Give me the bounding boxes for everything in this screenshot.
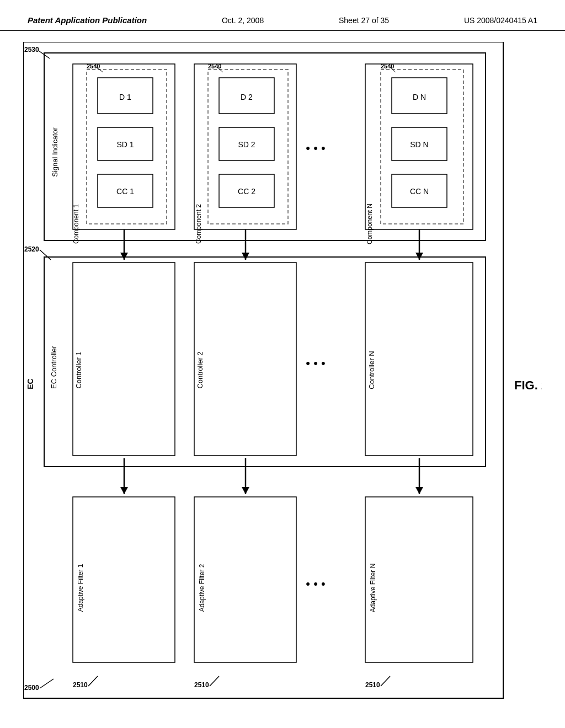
d1-label: D 1	[119, 93, 131, 101]
svg-rect-39	[73, 497, 175, 662]
svg-rect-2	[44, 257, 486, 467]
cc1-label: CC 1	[116, 187, 134, 196]
svg-line-1	[40, 679, 54, 688]
sheet-info: Sheet 27 of 35	[339, 16, 389, 25]
component1-label: Component 1	[72, 204, 80, 244]
component2-label: Component 2	[195, 204, 202, 244]
signal-indicator-label: Signal Indicator	[51, 127, 59, 177]
svg-marker-38	[415, 487, 423, 494]
svg-marker-36	[242, 487, 249, 494]
ccn-label: CC N	[410, 187, 429, 196]
ref-2540-3: 2540	[381, 63, 394, 69]
ref-2510-3: 2510	[365, 681, 380, 689]
adaptive-filter2-label: Adaptive Filter 2	[198, 564, 206, 612]
controller2-label: Controller 2	[196, 351, 204, 388]
svg-line-3	[40, 250, 51, 260]
ref-2530: 2530	[24, 46, 39, 53]
svg-text:•  •  •: • • •	[306, 577, 325, 591]
svg-rect-40	[194, 497, 296, 662]
svg-text:•  •  •: • • •	[306, 356, 325, 370]
publication-date: Oct. 2, 2008	[222, 16, 264, 25]
figure-label: FIG. 25	[514, 378, 542, 392]
svg-text:•  •  •: • • •	[306, 141, 325, 155]
page-header: Patent Application Publication Oct. 2, 2…	[0, 0, 565, 31]
ref-2500: 2500	[24, 684, 39, 692]
svg-rect-31	[194, 263, 296, 456]
diagram-area: EC 2500 EC Controller 2520 Signal Indica…	[0, 31, 565, 720]
dn-label: D N	[413, 93, 426, 101]
ec-label: EC	[26, 378, 35, 389]
ref-2520: 2520	[24, 245, 39, 253]
svg-line-42	[88, 676, 98, 686]
cc2-label: CC 2	[238, 187, 255, 196]
svg-rect-0	[23, 42, 503, 698]
componentN-label: Component N	[366, 204, 374, 244]
svg-marker-27	[242, 253, 249, 260]
controllerN-label: Controller N	[367, 351, 376, 389]
publication-title: Patent Application Publication	[28, 15, 147, 25]
d2-label: D 2	[241, 93, 253, 101]
ref-2510-2: 2510	[194, 681, 209, 689]
svg-line-43	[210, 676, 219, 686]
svg-marker-25	[120, 253, 128, 260]
ec-controller-label: EC Controller	[50, 345, 58, 389]
svg-marker-29	[415, 253, 423, 260]
svg-marker-34	[120, 487, 128, 494]
patent-number: US 2008/0240415 A1	[464, 16, 537, 25]
controller1-label: Controller 1	[74, 351, 83, 388]
svg-rect-32	[365, 263, 473, 456]
svg-line-44	[381, 676, 390, 686]
svg-rect-30	[73, 263, 175, 456]
svg-rect-41	[365, 497, 473, 662]
adaptive-filter1-label: Adaptive Filter 1	[77, 564, 84, 612]
ref-2510-1: 2510	[73, 681, 88, 689]
adaptive-filterN-label: Adaptive Filter N	[369, 564, 377, 613]
sd1-label: SD 1	[116, 140, 134, 149]
diagram-svg: EC 2500 EC Controller 2520 Signal Indica…	[23, 42, 542, 704]
ref-2540-2: 2540	[208, 63, 221, 69]
sd2-label: SD 2	[238, 140, 255, 149]
sdn-label: SD N	[410, 140, 428, 149]
